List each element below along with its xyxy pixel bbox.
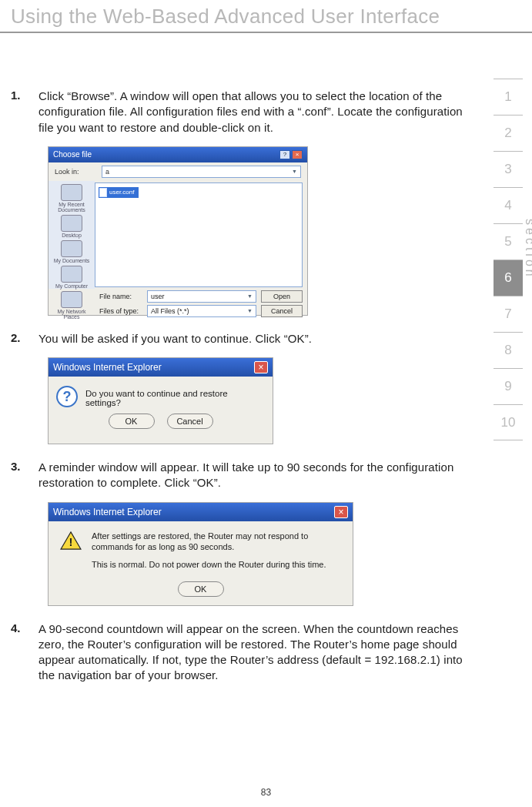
dialog-message: Do you want to continue and restore sett… (85, 386, 265, 407)
section-tab-7[interactable]: 7 (494, 296, 523, 332)
cancel-button[interactable]: Cancel (261, 305, 303, 317)
place-mycomputer[interactable]: My Computer (50, 266, 93, 289)
file-icon (99, 188, 107, 197)
section-tab-3[interactable]: 3 (494, 151, 523, 187)
close-icon[interactable]: × (334, 506, 348, 518)
screenshot-file-chooser: Choose file ? × Look in: a ▼ My Recent D… (48, 146, 308, 316)
step-text: You will be asked if you want to continu… (38, 331, 477, 347)
ok-button[interactable]: OK (178, 581, 224, 597)
place-mydocs[interactable]: My Documents (50, 240, 93, 263)
section-tab-9[interactable]: 9 (494, 368, 523, 404)
step-number: 1. (11, 89, 38, 136)
lookin-label: Look in: (55, 168, 97, 176)
step-text: A 90-second countdown will appear on the… (38, 621, 477, 684)
cancel-button[interactable]: Cancel (167, 414, 213, 429)
step-3: 3. A reminder window will appear. It wil… (11, 460, 477, 491)
svg-text:!: ! (69, 536, 73, 548)
page-number: 83 (0, 787, 532, 798)
question-icon: ? (56, 386, 78, 407)
screenshot-confirm: Windows Internet Explorer × ? Do you wan… (48, 357, 273, 444)
open-button[interactable]: Open (261, 290, 303, 303)
file-name: user.conf (109, 189, 134, 196)
places-bar: My Recent Documents Desktop My Documents… (49, 181, 95, 289)
close-icon[interactable]: × (254, 361, 268, 373)
step-number: 3. (11, 460, 38, 491)
section-tab-2[interactable]: 2 (494, 115, 523, 151)
chevron-down-icon: ▼ (292, 169, 297, 174)
file-list[interactable]: user.conf (95, 182, 303, 287)
step-4: 4. A 90-second countdown will appear on … (11, 621, 477, 684)
step-1: 1. Click “Browse”. A window will open th… (11, 89, 477, 136)
section-label: section (523, 219, 532, 280)
place-network[interactable]: My Network Places (50, 291, 93, 320)
help-icon[interactable]: ? (279, 150, 290, 159)
screenshot-reminder: Windows Internet Explorer × ! After sett… (48, 502, 353, 606)
dialog-titlebar: Windows Internet Explorer × (49, 503, 353, 521)
close-icon[interactable]: × (292, 150, 303, 159)
dialog-message-line1: After settings are restored, the Router … (92, 531, 342, 554)
place-desktop[interactable]: Desktop (50, 215, 93, 238)
filetype-field[interactable]: All Files (*.*)▼ (147, 305, 256, 317)
dialog-title: Windows Internet Explorer (53, 507, 162, 517)
step-text: A reminder window will appear. It will t… (38, 460, 477, 491)
dialog-message-line2: This is normal. Do not power down the Ro… (92, 559, 342, 571)
section-tab-4[interactable]: 4 (494, 187, 523, 223)
dialog-titlebar: Windows Internet Explorer × (49, 358, 273, 377)
lookin-value: a (105, 168, 109, 176)
chevron-down-icon: ▼ (247, 293, 253, 299)
section-tab-5[interactable]: 5 (494, 223, 523, 260)
filetype-label: Files of type: (99, 307, 142, 315)
filename-field[interactable]: user▼ (147, 290, 256, 303)
section-tab-10[interactable]: 10 (494, 404, 523, 440)
step-number: 4. (11, 621, 38, 684)
filename-label: File name: (99, 293, 142, 300)
section-tab-8[interactable]: 8 (494, 332, 523, 368)
section-tab-6[interactable]: 6 (494, 260, 523, 296)
dialog-title: Windows Internet Explorer (53, 362, 162, 373)
ok-button[interactable]: OK (109, 414, 155, 429)
step-text: Click “Browse”. A window will open that … (38, 89, 477, 136)
section-tab-1[interactable]: 1 (494, 79, 523, 115)
chevron-down-icon: ▼ (247, 308, 253, 313)
step-number: 2. (11, 331, 38, 347)
page-title: Using the Web-Based Advanced User Interf… (0, 0, 532, 33)
place-recent[interactable]: My Recent Documents (50, 184, 93, 213)
dialog-title: Choose file (53, 150, 92, 159)
section-tabs: 1 2 3 4 5 6 7 8 9 10 (494, 79, 523, 440)
dialog-titlebar: Choose file ? × (49, 147, 307, 162)
file-item-selected[interactable]: user.conf (99, 187, 139, 198)
warning-icon: ! (59, 531, 82, 551)
lookin-combo[interactable]: a ▼ (102, 166, 301, 178)
step-2: 2. You will be asked if you want to cont… (11, 331, 477, 347)
